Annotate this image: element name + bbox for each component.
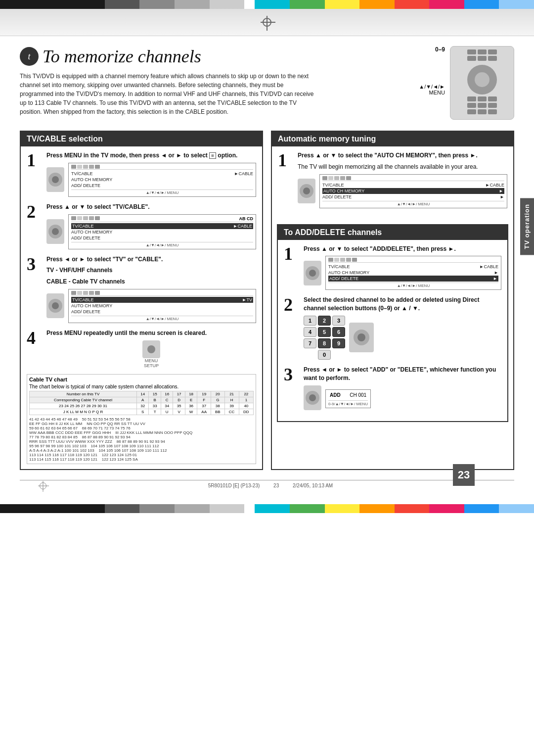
numpad-0: 0 xyxy=(318,350,331,360)
bottom-colorbar-pink xyxy=(429,504,464,513)
menu-icon xyxy=(352,258,357,262)
add-step-2-numpad-row: 1 2 3 4 5 6 7 8 9 xyxy=(304,316,501,360)
menu-icons xyxy=(71,165,100,169)
table-header: E xyxy=(185,397,197,403)
menu-row-tvcable-a: TV/CABLE ►CABLE xyxy=(322,182,504,188)
menu-row-autoch-hl: AUTO CH MEMORY ► xyxy=(322,188,504,194)
colorbar-pink xyxy=(429,0,464,9)
menu-icon xyxy=(346,176,351,180)
step-1-text: Press MENU in the TV mode, then press ◄ … xyxy=(46,151,256,160)
crosshair-icon xyxy=(263,18,271,27)
auto-step-1-content: Press ▲ or ▼ to select the "AUTO CH MEMO… xyxy=(298,151,507,208)
table-header: 1 xyxy=(239,397,253,403)
remote-btn xyxy=(488,103,497,108)
auto-step-1-desc: The TV will begin memorizing all the cha… xyxy=(298,163,507,171)
remote-label-menu: MENU xyxy=(429,90,445,95)
top-colorbar xyxy=(0,0,534,9)
table-cell: T xyxy=(149,409,161,415)
numpad: 1 2 3 4 5 6 7 8 9 xyxy=(304,316,345,360)
menu-screen-footer-b: ▲/▼/◄/►/ MENU xyxy=(328,283,498,288)
numpad-5: 5 xyxy=(318,327,331,337)
remote-btn xyxy=(467,109,476,114)
page-title: To memorize channels xyxy=(43,46,201,67)
step-2-content: Press ▲ or ▼ to select "TV/CABLE". xyxy=(46,203,256,249)
numpad-8: 8 xyxy=(318,338,331,348)
menu-icon xyxy=(71,165,76,169)
add-delete-section: To ADD/DELETE channels 1 Press ▲ or ▼ to… xyxy=(277,224,508,422)
bottom-colorbar-gray2 xyxy=(139,504,175,513)
auto-step-1-mini-remote xyxy=(298,179,315,203)
menu-icon xyxy=(77,291,82,295)
menu-icon xyxy=(77,165,82,169)
table-header: Number on this TV xyxy=(30,391,137,397)
bottom-crosshair-left xyxy=(40,482,46,489)
add-step-number-1: 1 xyxy=(284,245,300,263)
add-step-3-mini-remote xyxy=(304,385,321,410)
add-step-2: 2 Select the desired channel to be added… xyxy=(284,296,501,360)
add-step-1: 1 Press ▲ or ▼ to select "ADD/DELETE", t… xyxy=(284,245,501,290)
tvcable-section-header: TV/CABLE selection xyxy=(21,132,262,146)
add-step-1-mini-remote xyxy=(304,261,321,285)
numpad-3: 3 xyxy=(332,316,345,326)
colorbar-gray1 xyxy=(105,0,140,9)
table-cell: 37 xyxy=(197,403,211,409)
table-cell: U xyxy=(161,409,173,415)
add-step-3: 3 Press ◄ or ► to select "ADD" or "DELET… xyxy=(284,366,501,410)
main-sections-row: TV/CABLE selection 1 Press MENU in the T… xyxy=(20,131,514,470)
table-header: 20 xyxy=(211,391,224,397)
colorbar-black xyxy=(0,0,105,9)
menu-icons xyxy=(71,291,100,295)
step-4-remote-icon: MENUSETUP xyxy=(46,340,256,368)
table-header: C xyxy=(161,397,173,403)
title-icon-letter: t xyxy=(28,51,30,62)
numpad-4: 4 xyxy=(304,327,316,337)
menu-icon xyxy=(328,258,333,262)
colorbar-yellow xyxy=(325,0,360,9)
menu-icon xyxy=(83,216,88,220)
remote-btn xyxy=(467,96,476,101)
bottom-colorbar-gray3 xyxy=(175,504,210,513)
menu-row-tvcable-hl: TV/CABLE ►CABLE xyxy=(71,223,253,229)
menu-row-autoch3: AUTO CH MEMORY xyxy=(71,303,253,309)
table-header: B xyxy=(149,397,161,403)
numpad-1: 1 xyxy=(304,316,316,326)
add-step-1-text: Press ▲ or ▼ to select "ADD/DELETE", the… xyxy=(304,245,501,253)
step-4-content: Press MENU repeatedly until the menu scr… xyxy=(46,329,256,368)
menu-row-adddelete-hl: ADD/ DELETE ► xyxy=(328,276,498,282)
step-number-2: 2 xyxy=(27,203,43,221)
menu-screen-header: AB CD xyxy=(71,216,253,222)
add-step-3-content: Press ◄ or ► to select "ADD" or "DELETE"… xyxy=(304,366,501,410)
menu-icon xyxy=(77,216,82,220)
menu-icon xyxy=(334,176,339,180)
remote-label-arrows: ▲/▼/◄/► xyxy=(419,84,445,90)
bottom-colorbar-red xyxy=(395,504,430,513)
table-header: 18 xyxy=(185,391,197,397)
add-screen-label: ADD xyxy=(330,392,341,398)
menu-icon xyxy=(95,291,100,295)
step-1-screen: TV/CABLE ►CABLE AUTO CH MEMORY ADD/ DELE… xyxy=(46,163,256,197)
remote-center-dial xyxy=(467,65,497,94)
remote-label-09: 0–9 xyxy=(435,46,445,53)
colorbar-cyan xyxy=(255,0,290,9)
remote-btn xyxy=(478,103,487,108)
menu-icons xyxy=(322,176,351,180)
menu-screen-footer: ▲/▼/◄/►/ MENU xyxy=(71,242,253,247)
table-header: D xyxy=(173,397,185,403)
add-delete-header: To ADD/DELETE channels xyxy=(278,225,507,240)
menu-row-autoch2: AUTO CH MEMORY xyxy=(71,229,253,235)
auto-step-1-menu-screen: TV/CABLE ►CABLE AUTO CH MEMORY ► ADD/ DE… xyxy=(319,174,507,208)
bottom-colorbar-yellow xyxy=(325,504,360,513)
bottom-colorbar-ltblue xyxy=(499,504,534,513)
menu-screen-header xyxy=(328,258,498,263)
menu-icon xyxy=(71,291,76,295)
bottom-colorbar-black xyxy=(0,504,105,513)
table-cell: DD xyxy=(239,409,253,415)
step-3-screen: TV/CABLE ►TV AUTO CH MEMORY ADD/ DELETE … xyxy=(46,289,256,323)
step-number-1: 1 xyxy=(27,151,43,169)
footer-center-text: 23 xyxy=(273,483,279,488)
step-2-screen: AB CD TV/CABLE ►CABLE AUTO CH MEMORY xyxy=(46,214,256,249)
menu-row-tvcable: TV/CABLE ►CABLE xyxy=(71,171,253,177)
bottom-colorbar-gap xyxy=(244,504,255,513)
numpad-and-remote: 1 2 3 4 5 6 7 8 9 xyxy=(304,316,345,360)
step-2-text: Press ▲ or ▼ to select "TV/CABLE". xyxy=(46,203,256,211)
